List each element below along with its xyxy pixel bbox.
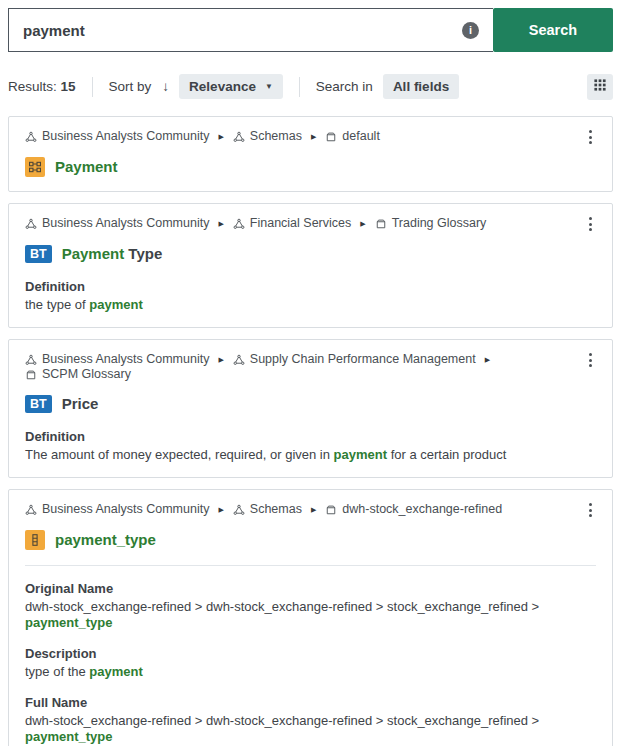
text-segment: dwh-stock_exchange-refined > dwh-stock_e… — [25, 713, 539, 728]
results-toolbar: Results: 15 Sort by ↓ Relevance ▼ Search… — [8, 73, 613, 100]
highlighted-match: Payment — [55, 158, 118, 175]
kebab-menu-button[interactable] — [585, 216, 596, 232]
breadcrumb-label: Supply Chain Performance Management — [250, 352, 476, 367]
domain-icon — [325, 504, 337, 516]
asset-type-badge: BT — [25, 395, 52, 413]
breadcrumb-label: Business Analysts Community — [42, 216, 209, 231]
breadcrumb-item[interactable]: Business Analysts Community — [25, 216, 209, 231]
search-box: i — [8, 8, 493, 52]
search-in-value: All fields — [393, 79, 449, 94]
breadcrumb-separator-icon: ▶ — [311, 129, 316, 144]
sort-dropdown[interactable]: Relevance ▼ — [179, 74, 283, 99]
community-icon — [25, 504, 37, 516]
asset-type-badge: BT — [25, 245, 52, 263]
grid-view-icon — [594, 79, 606, 94]
result-title-row: BTPayment Type — [25, 244, 596, 264]
grid-view-button[interactable] — [587, 74, 613, 100]
text-segment: Type — [124, 245, 162, 262]
community-icon — [233, 504, 245, 516]
schema-icon — [25, 157, 45, 177]
breadcrumb-item[interactable]: dwh-stock_exchange-refined — [325, 502, 502, 517]
highlighted-match: payment — [334, 447, 387, 462]
breadcrumb-item[interactable]: Trading Glossary — [375, 216, 487, 231]
result-title-row: Payment — [25, 157, 596, 177]
breadcrumb-separator-icon: ▶ — [311, 502, 316, 517]
result-title-row: BTPrice — [25, 394, 596, 414]
result-title-link[interactable]: Payment Type — [62, 244, 163, 264]
column-icon — [25, 530, 45, 550]
breadcrumb-label: Business Analysts Community — [42, 352, 209, 367]
breadcrumb-item[interactable]: Financial Services — [233, 216, 351, 231]
breadcrumb-separator-icon: ▶ — [218, 129, 223, 144]
result-card: Business Analysts Community▶Schemas▶defa… — [8, 116, 613, 192]
kebab-menu-button[interactable] — [585, 502, 596, 518]
breadcrumb-label: Trading Glossary — [392, 216, 487, 231]
info-icon[interactable]: i — [462, 22, 479, 39]
search-results-page: i Search Results: 15 Sort by ↓ Relevance… — [0, 0, 621, 746]
card-header: Business Analysts Community▶Schemas▶dwh-… — [25, 502, 596, 518]
text-segment: for a certain product — [387, 447, 506, 462]
field-value: dwh-stock_exchange-refined > dwh-stock_e… — [25, 713, 596, 745]
card-header: Business Analysts Community▶Schemas▶defa… — [25, 129, 596, 145]
breadcrumb-label: Business Analysts Community — [42, 502, 209, 517]
result-field: Full Namedwh-stock_exchange-refined > dw… — [25, 689, 596, 745]
result-title-row: payment_type — [25, 530, 596, 550]
breadcrumb-item[interactable]: Business Analysts Community — [25, 129, 209, 144]
sort-by-label: Sort by — [109, 79, 152, 94]
community-icon — [233, 218, 245, 230]
community-icon — [25, 218, 37, 230]
breadcrumb: Business Analysts Community▶Supply Chain… — [25, 352, 585, 382]
toolbar-divider — [92, 77, 93, 97]
breadcrumb: Business Analysts Community▶Financial Se… — [25, 216, 585, 231]
sort-descending-icon[interactable]: ↓ — [162, 79, 169, 94]
breadcrumb-item[interactable]: Business Analysts Community — [25, 502, 209, 517]
sort-dropdown-value: Relevance — [189, 79, 256, 94]
text-segment: the type of — [25, 297, 89, 312]
text-segment: Price — [62, 395, 99, 412]
result-title-link[interactable]: Price — [62, 394, 99, 414]
search-in-button[interactable]: All fields — [383, 74, 459, 99]
results-count: Results: 15 — [8, 79, 76, 94]
breadcrumb-label: Schemas — [250, 502, 302, 517]
field-label: Description — [25, 646, 596, 662]
result-card: Business Analysts Community▶Financial Se… — [8, 203, 613, 328]
field-label: Full Name — [25, 695, 596, 711]
breadcrumb-item[interactable]: SCPM Glossary — [25, 367, 131, 382]
results-label: Results: — [8, 79, 57, 94]
text-segment: dwh-stock_exchange-refined > dwh-stock_e… — [25, 599, 539, 614]
breadcrumb-separator-icon: ▶ — [218, 352, 223, 367]
highlighted-match: payment_type — [25, 615, 112, 630]
field-label: Definition — [25, 429, 596, 445]
domain-icon — [25, 369, 37, 381]
card-header: Business Analysts Community▶Supply Chain… — [25, 352, 596, 382]
search-button[interactable]: Search — [493, 8, 613, 52]
search-in-label: Search in — [316, 79, 373, 94]
result-title-link[interactable]: Payment — [55, 157, 118, 177]
breadcrumb: Business Analysts Community▶Schemas▶defa… — [25, 129, 585, 144]
breadcrumb-separator-icon: ▶ — [485, 352, 490, 367]
kebab-menu-button[interactable] — [585, 352, 596, 368]
community-icon — [25, 131, 37, 143]
domain-icon — [375, 218, 387, 230]
breadcrumb-separator-icon: ▶ — [218, 502, 223, 517]
community-icon — [233, 354, 245, 366]
text-segment: The amount of money expected, required, … — [25, 447, 334, 462]
community-icon — [25, 354, 37, 366]
result-title-link[interactable]: payment_type — [55, 530, 156, 550]
kebab-menu-button[interactable] — [585, 129, 596, 145]
results-list: Business Analysts Community▶Schemas▶defa… — [8, 116, 613, 746]
search-bar: i Search — [8, 8, 613, 52]
search-input[interactable] — [9, 22, 462, 39]
breadcrumb-item[interactable]: default — [325, 129, 380, 144]
result-field: Descriptiontype of the payment — [25, 640, 596, 680]
breadcrumb-item[interactable]: Schemas — [233, 502, 302, 517]
card-header: Business Analysts Community▶Financial Se… — [25, 216, 596, 232]
result-field: Original Namedwh-stock_exchange-refined … — [25, 575, 596, 631]
breadcrumb-item[interactable]: Schemas — [233, 129, 302, 144]
community-icon — [233, 131, 245, 143]
card-divider — [25, 565, 596, 566]
text-segment: type of the — [25, 664, 89, 679]
breadcrumb-item[interactable]: Supply Chain Performance Management — [233, 352, 476, 367]
breadcrumb-item[interactable]: Business Analysts Community — [25, 352, 209, 367]
highlighted-match: payment_type — [55, 531, 156, 548]
